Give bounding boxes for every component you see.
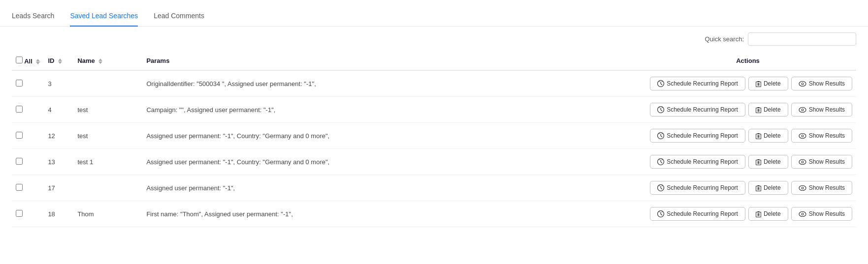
schedule-recurring-button[interactable]: Schedule Recurring Report [650, 207, 745, 221]
svg-point-10 [799, 133, 806, 138]
eye-icon [799, 185, 806, 191]
trash-icon [756, 133, 761, 139]
row-checkbox-cell [12, 175, 44, 201]
schedule-icon [657, 132, 664, 139]
show-results-button[interactable]: Show Results [791, 77, 852, 90]
show-results-button[interactable]: Show Results [791, 155, 852, 169]
sort-icon-all[interactable] [36, 59, 40, 64]
row-params: First name: "Thom", Assigned user perman… [142, 201, 640, 227]
schedule-icon [657, 106, 664, 113]
schedule-recurring-button[interactable]: Schedule Recurring Report [650, 155, 745, 169]
row-actions: Schedule Recurring Report Delete Sh [640, 70, 856, 97]
row-checkbox[interactable] [16, 158, 23, 165]
col-header-id: ID [44, 52, 73, 70]
show-results-button[interactable]: Show Results [791, 129, 852, 143]
table-row: 18 Thom First name: "Thom", Assigned use… [12, 201, 856, 227]
table-row: 4 test Campaign: "", Assigned user perma… [12, 97, 856, 123]
svg-point-23 [802, 213, 804, 215]
quick-search-label: Quick search: [705, 35, 744, 43]
svg-point-14 [799, 159, 806, 164]
eye-icon [799, 159, 806, 165]
show-results-button[interactable]: Show Results [791, 207, 852, 221]
row-params: Assigned user permanent: "-1", [142, 175, 640, 201]
col-header-params: Params [142, 52, 640, 70]
schedule-icon [657, 184, 664, 191]
row-name [73, 175, 142, 201]
svg-point-11 [802, 135, 804, 137]
row-id: 4 [44, 97, 73, 123]
sort-icon-id[interactable] [58, 59, 62, 64]
table-row: 12 test Assigned user permanent: "-1", C… [12, 123, 856, 149]
col-header-actions: Actions [640, 52, 856, 70]
svg-point-7 [802, 109, 804, 111]
delete-button[interactable]: Delete [748, 77, 788, 90]
schedule-recurring-button[interactable]: Schedule Recurring Report [650, 129, 745, 143]
delete-button[interactable]: Delete [748, 155, 788, 169]
svg-point-19 [802, 187, 804, 189]
trash-icon [756, 107, 761, 113]
eye-icon [799, 211, 806, 217]
row-id: 18 [44, 201, 73, 227]
show-results-button[interactable]: Show Results [791, 103, 852, 117]
svg-point-15 [802, 161, 804, 163]
svg-point-18 [799, 185, 806, 190]
row-params: OriginalIdentifier: "500034 ", Assigned … [142, 70, 640, 97]
schedule-recurring-button[interactable]: Schedule Recurring Report [650, 103, 745, 117]
row-name: test [73, 123, 142, 149]
schedule-icon [657, 210, 664, 217]
eye-icon [799, 133, 806, 139]
row-id: 17 [44, 175, 73, 201]
row-id: 13 [44, 149, 73, 175]
delete-button[interactable]: Delete [748, 129, 788, 143]
row-name: test [73, 97, 142, 123]
page-wrapper: Leads Search Saved Lead Searches Lead Co… [0, 0, 868, 264]
schedule-recurring-button[interactable]: Schedule Recurring Report [650, 77, 745, 90]
row-params: Assigned user permanent: "-1", Country: … [142, 123, 640, 149]
table-container: All ID Name [0, 52, 868, 227]
trash-icon [756, 185, 761, 191]
row-actions: Schedule Recurring Report Delete Sh [640, 149, 856, 175]
schedule-icon [657, 80, 664, 87]
trash-icon [756, 81, 761, 87]
quick-search-input[interactable] [748, 32, 856, 46]
row-actions: Schedule Recurring Report Delete Sh [640, 201, 856, 227]
row-checkbox-cell [12, 70, 44, 97]
select-all-checkbox[interactable] [16, 57, 23, 63]
table-row: 17 Assigned user permanent: "-1", Schedu… [12, 175, 856, 201]
svg-point-22 [799, 211, 806, 216]
delete-button[interactable]: Delete [748, 207, 788, 221]
row-checkbox[interactable] [16, 80, 23, 87]
row-checkbox[interactable] [16, 184, 23, 191]
table-header-row: All ID Name [12, 52, 856, 70]
row-checkbox[interactable] [16, 210, 23, 217]
row-checkbox[interactable] [16, 132, 23, 139]
toolbar: Quick search: [0, 27, 868, 52]
schedule-recurring-button[interactable]: Schedule Recurring Report [650, 181, 745, 195]
sort-icon-name[interactable] [98, 59, 102, 64]
table-row: 3 OriginalIdentifier: "500034 ", Assigne… [12, 70, 856, 97]
row-checkbox[interactable] [16, 106, 23, 113]
col-header-checkbox: All [12, 52, 44, 70]
tab-lead-comments[interactable]: Lead Comments [154, 8, 204, 27]
row-actions: Schedule Recurring Report Delete Sh [640, 97, 856, 123]
eye-icon [799, 107, 806, 113]
col-header-name: Name [73, 52, 142, 70]
show-results-button[interactable]: Show Results [791, 181, 852, 195]
row-id: 3 [44, 70, 73, 97]
row-name [73, 70, 142, 97]
tab-bar: Leads Search Saved Lead Searches Lead Co… [0, 8, 868, 27]
delete-button[interactable]: Delete [748, 181, 788, 195]
schedule-icon [657, 158, 664, 165]
row-checkbox-cell [12, 123, 44, 149]
tab-saved-lead-searches[interactable]: Saved Lead Searches [70, 8, 138, 27]
table-row: 13 test 1 Assigned user permanent: "-1",… [12, 149, 856, 175]
row-checkbox-cell [12, 97, 44, 123]
row-name: Thom [73, 201, 142, 227]
row-checkbox-cell [12, 149, 44, 175]
row-actions: Schedule Recurring Report Delete Sh [640, 123, 856, 149]
tab-leads-search[interactable]: Leads Search [12, 8, 54, 27]
row-params: Campaign: "", Assigned user permanent: "… [142, 97, 640, 123]
delete-button[interactable]: Delete [748, 103, 788, 117]
row-checkbox-cell [12, 201, 44, 227]
eye-icon [799, 81, 806, 87]
